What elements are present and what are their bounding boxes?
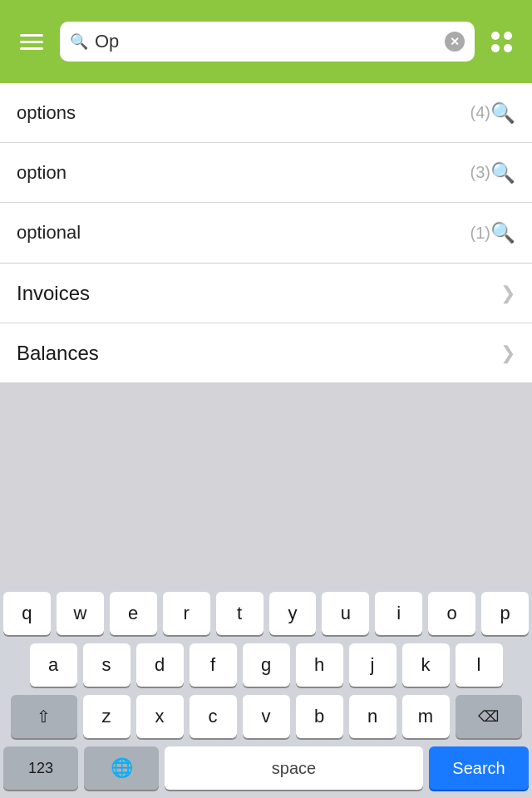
delete-key[interactable]: ⌫ <box>456 695 522 738</box>
key-y[interactable]: y <box>269 592 317 635</box>
more-options-button[interactable] <box>485 25 519 59</box>
chevron-right-icon: ❯ <box>500 283 515 304</box>
key-k[interactable]: k <box>402 643 450 687</box>
globe-key[interactable]: 🌐 <box>84 746 159 790</box>
key-o[interactable]: o <box>428 592 475 635</box>
search-input[interactable] <box>95 31 438 52</box>
suggestion-item[interactable]: options (4) 🔍 <box>0 83 532 143</box>
key-d[interactable]: d <box>136 643 184 687</box>
key-f[interactable]: f <box>190 643 237 687</box>
key-l[interactable]: l <box>456 643 503 687</box>
suggestion-item[interactable]: optional (1) 🔍 <box>0 203 532 263</box>
key-i[interactable]: i <box>375 592 422 635</box>
key-v[interactable]: v <box>243 695 290 738</box>
suggestion-search-icon: 🔍 <box>490 221 515 244</box>
numbers-key[interactable]: 123 <box>3 746 78 790</box>
keyboard-bottom-row: 123 🌐 space Search <box>3 746 529 790</box>
key-r[interactable]: r <box>163 592 210 635</box>
suggestion-text: option <box>17 162 464 184</box>
suggestion-search-icon: 🔍 <box>490 161 515 185</box>
keyboard-row-3: ⇧ z x c v b n m ⌫ <box>3 695 529 738</box>
nav-item-label: Invoices <box>17 282 500 305</box>
clear-button[interactable]: ✕ <box>445 32 465 52</box>
shift-key[interactable]: ⇧ <box>11 695 77 738</box>
key-a[interactable]: a <box>30 643 77 687</box>
key-p[interactable]: p <box>481 592 529 635</box>
key-s[interactable]: s <box>83 643 131 687</box>
keyboard-row-2: a s d f g h j k l <box>3 643 529 687</box>
key-b[interactable]: b <box>296 695 343 738</box>
keyboard: q w e r t y u i o p a s d f g h j k l ⇧ … <box>0 584 532 798</box>
key-c[interactable]: c <box>190 695 237 738</box>
app-header: 🔍 ✕ <box>0 0 532 83</box>
nav-item-invoices[interactable]: Invoices ❯ <box>0 264 532 323</box>
suggestion-text: options <box>17 102 464 124</box>
key-q[interactable]: q <box>3 592 51 635</box>
suggestion-count: (4) <box>470 103 490 122</box>
chevron-right-icon: ❯ <box>500 342 515 364</box>
menu-button[interactable] <box>13 27 50 57</box>
key-u[interactable]: u <box>322 592 369 635</box>
nav-item-balances[interactable]: Balances ❯ <box>0 323 532 383</box>
key-t[interactable]: t <box>216 592 264 635</box>
key-m[interactable]: m <box>402 695 450 738</box>
key-z[interactable]: z <box>83 695 131 738</box>
key-h[interactable]: h <box>296 643 343 687</box>
suggestion-text: optional <box>17 222 464 244</box>
suggestion-item[interactable]: option (3) 🔍 <box>0 143 532 203</box>
key-x[interactable]: x <box>136 695 184 738</box>
space-key[interactable]: space <box>165 746 423 790</box>
nav-section: Invoices ❯ Balances ❯ <box>0 264 532 383</box>
search-icon: 🔍 <box>70 32 88 51</box>
suggestion-search-icon: 🔍 <box>490 101 515 125</box>
key-j[interactable]: j <box>349 643 397 687</box>
key-n[interactable]: n <box>349 695 397 738</box>
key-e[interactable]: e <box>110 592 157 635</box>
nav-item-label: Balances <box>17 342 500 365</box>
search-bar: 🔍 ✕ <box>60 22 475 62</box>
keyboard-row-1: q w e r t y u i o p <box>3 592 529 635</box>
suggestions-list: options (4) 🔍 option (3) 🔍 optional (1) … <box>0 83 532 264</box>
key-w[interactable]: w <box>57 592 104 635</box>
search-button[interactable]: Search <box>429 746 529 790</box>
key-g[interactable]: g <box>243 643 290 687</box>
suggestion-count: (1) <box>470 224 490 243</box>
suggestion-count: (3) <box>470 163 490 182</box>
